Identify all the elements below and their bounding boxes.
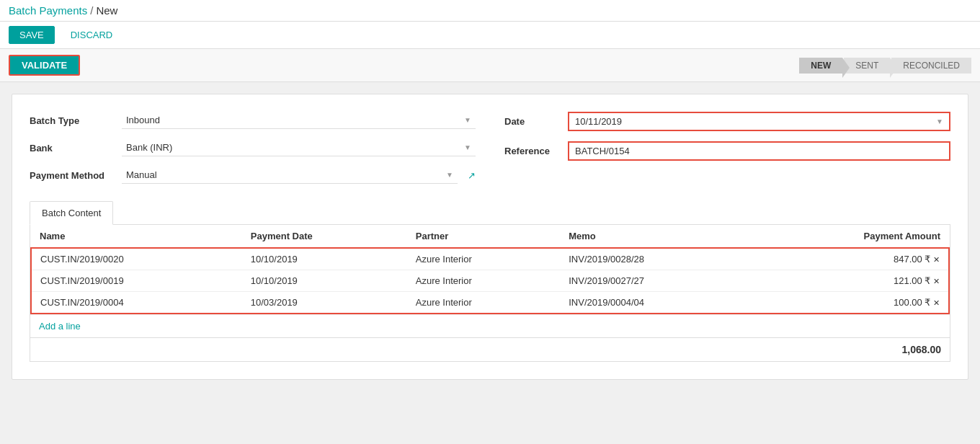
breadcrumb-separator: / (90, 4, 93, 17)
amount-value: 100.00 ₹ (894, 297, 930, 308)
toolbar: SAVE DISCARD (0, 22, 980, 49)
cell-payment-date: 10/10/2019 (242, 248, 407, 270)
col-name: Name (31, 225, 242, 248)
payment-method-dropdown-icon: ▼ (446, 171, 453, 179)
cell-amount: 100.00 ₹ ✕ (753, 292, 949, 314)
payment-method-input[interactable]: Manual ▼ (122, 166, 458, 184)
reference-field: Reference BATCH/0154 (504, 141, 950, 161)
cell-partner: Azure Interior (407, 248, 560, 270)
discard-button[interactable]: DISCARD (61, 27, 123, 43)
payment-method-field: Payment Method Manual ▼ ↗ (30, 166, 476, 184)
table-row: CUST.IN/2019/000410/03/2019Azure Interio… (31, 292, 949, 314)
table-header-row: Name Payment Date Partner Memo Payment A… (31, 225, 949, 248)
table-row: CUST.IN/2019/001910/10/2019Azure Interio… (31, 270, 949, 292)
cell-payment-date: 10/03/2019 (242, 292, 407, 314)
batch-type-dropdown-icon: ▼ (464, 116, 471, 124)
add-line-button[interactable]: Add a line (39, 321, 81, 332)
date-field: Date 10/11/2019 ▼ (504, 112, 950, 131)
breadcrumb: Batch Payments / New (9, 4, 117, 17)
reference-value: BATCH/0154 (575, 146, 630, 156)
payment-method-value: Manual (126, 169, 446, 180)
bank-input[interactable]: Bank (INR) ▼ (122, 139, 476, 156)
cell-amount: 121.00 ₹ ✕ (753, 270, 949, 292)
col-payment-date: Payment Date (242, 225, 407, 248)
status-step-reconciled: RECONCILED (891, 58, 971, 74)
total-row: 1,068.00 (30, 337, 950, 361)
cell-payment-date: 10/10/2019 (242, 270, 407, 292)
action-bar: VALIDATE NEW SENT RECONCILED (0, 49, 980, 82)
tab-batch-content[interactable]: Batch Content (30, 201, 113, 225)
col-partner: Partner (407, 225, 560, 248)
batch-type-field: Batch Type Inbound ▼ (30, 112, 476, 129)
reference-input[interactable]: BATCH/0154 (568, 141, 950, 161)
status-step-sent: SENT (844, 58, 890, 74)
remove-button[interactable]: ✕ (933, 255, 940, 264)
bank-dropdown-icon: ▼ (464, 143, 471, 151)
date-value: 10/11/2019 (575, 116, 622, 127)
cell-memo: INV/2019/0027/27 (560, 270, 753, 292)
total-value: 1,068.00 (902, 344, 942, 355)
amount-value: 121.00 ₹ (894, 275, 930, 286)
date-label: Date (504, 116, 562, 127)
external-link-icon[interactable]: ↗ (468, 170, 476, 181)
col-memo: Memo (560, 225, 753, 248)
cell-name: CUST.IN/2019/0019 (31, 270, 242, 292)
cell-name: CUST.IN/2019/0004 (31, 292, 242, 314)
remove-button[interactable]: ✕ (933, 298, 940, 307)
cell-partner: Azure Interior (407, 292, 560, 314)
amount-value: 847.00 ₹ (894, 254, 930, 265)
table-row: CUST.IN/2019/002010/10/2019Azure Interio… (31, 248, 949, 270)
status-step-new: NEW (799, 58, 842, 74)
col-payment-amount: Payment Amount (753, 225, 949, 248)
form-card: Batch Type Inbound ▼ Bank Bank (INR) ▼ P… (12, 94, 968, 380)
bank-label: Bank (30, 143, 116, 154)
batch-table: Name Payment Date Partner Memo Payment A… (30, 225, 950, 314)
batch-type-value: Inbound (126, 115, 464, 125)
batch-table-wrapper: Name Payment Date Partner Memo Payment A… (30, 225, 950, 362)
date-input[interactable]: 10/11/2019 ▼ (568, 112, 950, 131)
bank-value: Bank (INR) (126, 142, 464, 153)
reference-label: Reference (504, 146, 562, 156)
cell-partner: Azure Interior (407, 270, 560, 292)
payment-method-label: Payment Method (30, 170, 116, 181)
main-content: Batch Type Inbound ▼ Bank Bank (INR) ▼ P… (0, 82, 980, 391)
validate-button[interactable]: VALIDATE (9, 55, 80, 76)
cell-memo: INV/2019/0004/04 (560, 292, 753, 314)
cell-name: CUST.IN/2019/0020 (31, 248, 242, 270)
cell-amount: 847.00 ₹ ✕ (753, 248, 949, 270)
tab-list: Batch Content (30, 201, 950, 225)
tab-section: Batch Content Name Payment Date Partner … (30, 201, 950, 362)
save-button[interactable]: SAVE (9, 26, 55, 44)
cell-memo: INV/2019/0028/28 (560, 248, 753, 270)
bank-field: Bank Bank (INR) ▼ (30, 139, 476, 156)
date-dropdown-icon: ▼ (936, 117, 943, 125)
status-bar: NEW SENT RECONCILED (799, 58, 971, 74)
remove-button[interactable]: ✕ (933, 277, 940, 285)
breadcrumb-current: New (96, 4, 117, 17)
batch-type-label: Batch Type (30, 115, 116, 126)
breadcrumb-parent[interactable]: Batch Payments (9, 4, 87, 17)
add-line-row: Add a line (30, 314, 950, 337)
top-bar: Batch Payments / New (0, 0, 980, 22)
batch-type-input[interactable]: Inbound ▼ (122, 112, 476, 129)
